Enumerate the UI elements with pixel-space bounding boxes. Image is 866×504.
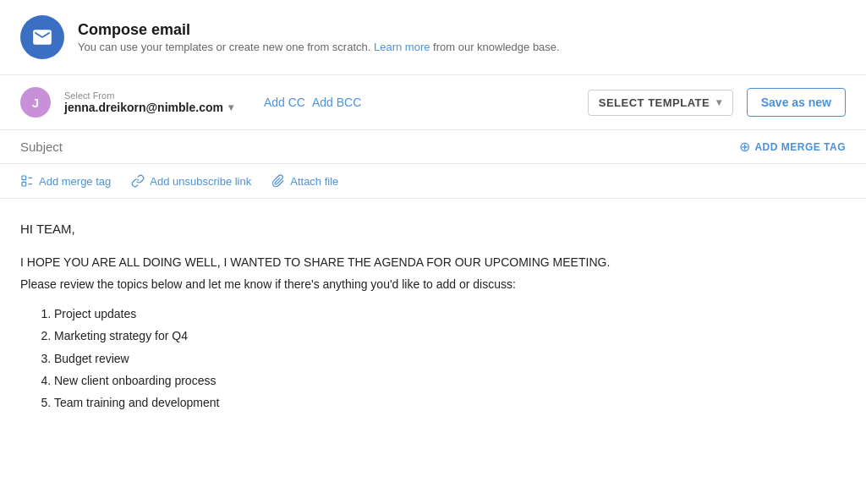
svg-rect-1	[22, 182, 26, 186]
add-unsubscribe-link-button[interactable]: Add unsubscribe link	[131, 174, 251, 188]
from-field: Select From jenna.dreikorn@nimble.com ▾	[64, 90, 233, 114]
compose-header: Compose email You can use your templates…	[0, 0, 866, 75]
envelope-icon	[31, 26, 53, 48]
compose-subtitle: You can use your templates or create new…	[78, 41, 560, 53]
svg-rect-0	[22, 176, 26, 180]
list-item: Team training and development	[54, 393, 846, 412]
list-item: New client onboarding process	[54, 371, 846, 390]
from-chevron-icon: ▾	[228, 101, 233, 113]
intro-sub: Please review the topics below and let m…	[20, 275, 846, 293]
subject-input[interactable]	[20, 140, 726, 154]
intro-bold: I HOPE YOU ARE ALL DOING WELL, I WANTED …	[20, 253, 846, 271]
compose-icon-circle	[20, 15, 64, 59]
add-merge-tag-button[interactable]: ⊕ ADD MERGE TAG	[739, 139, 846, 155]
list-item: Project updates	[54, 304, 846, 323]
add-merge-tag-toolbar-button[interactable]: Add merge tag	[20, 174, 111, 188]
learn-more-link[interactable]: Learn more	[374, 41, 430, 53]
attach-file-button[interactable]: Attach file	[271, 174, 338, 188]
save-as-new-button[interactable]: Save as new	[747, 88, 846, 117]
template-chevron-icon: ▾	[716, 96, 722, 108]
list-item: Marketing strategy for Q4	[54, 326, 846, 345]
from-email[interactable]: jenna.dreikorn@nimble.com ▾	[64, 101, 233, 114]
list-item: Budget review	[54, 349, 846, 368]
link-icon	[131, 174, 145, 188]
paperclip-icon	[271, 174, 285, 188]
cc-bcc-group: Add CC Add BCC	[264, 96, 361, 109]
toolbar-row: Add merge tag Add unsubscribe link Attac…	[0, 164, 866, 199]
avatar: J	[20, 87, 51, 118]
merge-tag-icon	[20, 174, 34, 188]
from-label: Select From	[64, 90, 233, 101]
compose-title: Compose email	[78, 21, 560, 39]
compose-title-block: Compose email You can use your templates…	[78, 21, 560, 53]
subject-row: ⊕ ADD MERGE TAG	[0, 130, 866, 164]
add-bcc-button[interactable]: Add BCC	[312, 96, 361, 109]
add-cc-button[interactable]: Add CC	[264, 96, 305, 109]
circle-plus-icon: ⊕	[739, 139, 751, 155]
agenda-list: Project updatesMarketing strategy for Q4…	[20, 304, 846, 413]
template-select-button[interactable]: SELECT TEMPLATE ▾	[588, 90, 733, 116]
greeting: HI TEAM,	[20, 219, 846, 239]
email-body: HI TEAM, I HOPE YOU ARE ALL DOING WELL, …	[0, 199, 866, 436]
from-row: J Select From jenna.dreikorn@nimble.com …	[0, 75, 866, 130]
